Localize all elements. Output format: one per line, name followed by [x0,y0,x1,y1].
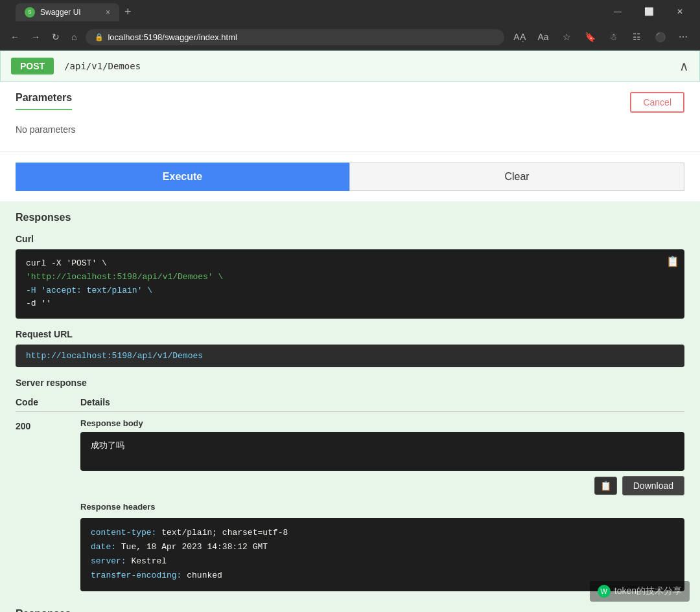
col-code-header: Code [16,397,80,407]
collections-icon[interactable]: ☷ [627,28,646,46]
collapse-button[interactable]: ∧ [679,58,689,74]
curl-title: Curl [16,234,684,244]
download-area: 📋 Download [80,476,684,495]
back-button[interactable]: ← [8,29,22,45]
forward-button[interactable]: → [29,29,43,45]
curl-code-block: 📋 curl -X 'POST' \ 'http://localhost:519… [16,249,684,319]
tab-close-button[interactable]: × [106,8,110,17]
curl-line2: 'http://localhost:5198/api/v1/Demoes' \ [26,272,223,282]
close-button[interactable]: ✕ [665,0,695,23]
download-button[interactable]: Download [622,476,684,495]
read-mode-icon[interactable]: Aa [534,28,552,46]
browser-title-bar: S Swagger UI × + — ⬜ ✕ [0,0,700,23]
header-val-content-type: text/plain; charset=utf-8 [161,528,288,538]
address-input[interactable]: 🔒 localhost:5198/swagger/index.html [86,29,504,45]
header-key-content-type: content-type: [91,528,161,538]
page-content: POST /api/v1/Demoes ∧ Cancel Parameters … [0,51,700,612]
settings-icon[interactable]: ⋯ [674,28,692,46]
bottom-responses: Responses Code Description Links 200 Suc… [16,608,684,612]
request-url-block: Request URL http://localhost:5198/api/v1… [16,329,684,367]
copy-curl-icon[interactable]: 📋 [666,255,679,271]
endpoint-path: /api/v1/Demoes [64,61,141,71]
bookmark-icon[interactable]: 🔖 [581,28,599,46]
bottom-responses-title: Responses [16,608,684,612]
address-bar: ← → ↻ ⌂ 🔒 localhost:5198/swagger/index.h… [0,23,700,51]
window-controls: — ⬜ ✕ [603,0,695,23]
header-content-type: content-type: text/plain; charset=utf-8 [91,526,674,540]
action-buttons: Execute Clear [0,152,700,201]
swagger-container: POST /api/v1/Demoes ∧ Cancel Parameters … [0,51,700,612]
tab-favicon: S [25,7,35,17]
toolbar-icons: AẠ Aa ☆ 🔖 ☃ ☷ ⚫ ⋯ [511,28,692,46]
request-url-value: http://localhost:5198/api/v1/Demoes [16,345,684,367]
method-badge: POST [11,58,54,74]
extensions-icon[interactable]: ☃ [604,28,622,46]
parameters-title: Parameters [16,92,72,110]
response-headers-block: content-type: text/plain; charset=utf-8 … [80,518,684,591]
cancel-button[interactable]: Cancel [630,92,684,113]
profile-icon[interactable]: ⚫ [651,28,669,46]
wechat-icon: W [598,585,611,598]
header-key-server: server: [91,556,131,566]
header-val-date: Tue, 18 Apr 2023 14:38:12 GMT [121,542,268,552]
clear-button[interactable]: Clear [349,163,684,191]
header-key-transfer: transfer-encoding: [91,571,187,580]
curl-line3: -H 'accept: text/plain' \ [26,286,152,295]
browser-tab[interactable]: S Swagger UI × [16,3,119,21]
restore-button[interactable]: ⬜ [634,0,664,23]
curl-line4: -d '' [26,297,674,311]
response-body-title: Response body [80,418,684,428]
header-server: server: Kestrel [91,554,674,569]
tab-label: Swagger UI [40,8,81,17]
header-val-transfer: chunked [187,571,222,580]
url-text: localhost:5198/swagger/index.html [108,32,237,42]
response-body-text: 成功了吗 [91,440,674,451]
header-key-date: date: [91,542,121,552]
no-parameters-text: No parameters [16,118,684,141]
endpoint-header: POST /api/v1/Demoes ∧ [0,51,700,82]
tab-bar: S Swagger UI × + [10,3,142,21]
refresh-button[interactable]: ↻ [49,29,62,45]
curl-line1: curl -X 'POST' \ [26,257,674,271]
lock-icon: 🔒 [95,33,104,41]
header-val-server: Kestrel [131,556,167,566]
watermark: W token的技术分享 [590,581,690,602]
favorites-icon[interactable]: ☆ [557,28,576,46]
watermark-text: token的技术分享 [614,585,682,597]
response-details: Response body 成功了吗 📋 Download Response h… [80,418,684,591]
responses-title: Responses [16,212,684,223]
response-code-200: 200 [16,418,80,431]
curl-block: Curl 📋 curl -X 'POST' \ 'http://localhos… [16,234,684,319]
request-url-title: Request URL [16,329,684,339]
parameters-section: Cancel Parameters No parameters [0,82,700,152]
server-response: Server response Code Details 200 Respons… [16,378,684,597]
translate-icon[interactable]: AẠ [511,28,529,46]
response-headers-title: Response headers [80,502,684,512]
copy-response-button[interactable]: 📋 [594,477,617,495]
response-body-block: 成功了吗 [80,432,684,471]
header-date: date: Tue, 18 Apr 2023 14:38:12 GMT [91,540,674,554]
new-tab-button[interactable]: + [119,3,137,21]
execute-button[interactable]: Execute [16,163,349,191]
server-response-title: Server response [16,378,684,388]
home-button[interactable]: ⌂ [69,29,79,45]
minimize-button[interactable]: — [603,0,633,23]
responses-section: Responses Curl 📋 curl -X 'POST' \ 'http:… [0,201,700,612]
header-transfer-encoding: transfer-encoding: chunked [91,569,674,583]
col-details-header: Details [80,397,684,407]
response-table-header: Code Details [16,393,684,412]
response-row-200: 200 Response body 成功了吗 📋 Download Respon… [16,412,684,597]
